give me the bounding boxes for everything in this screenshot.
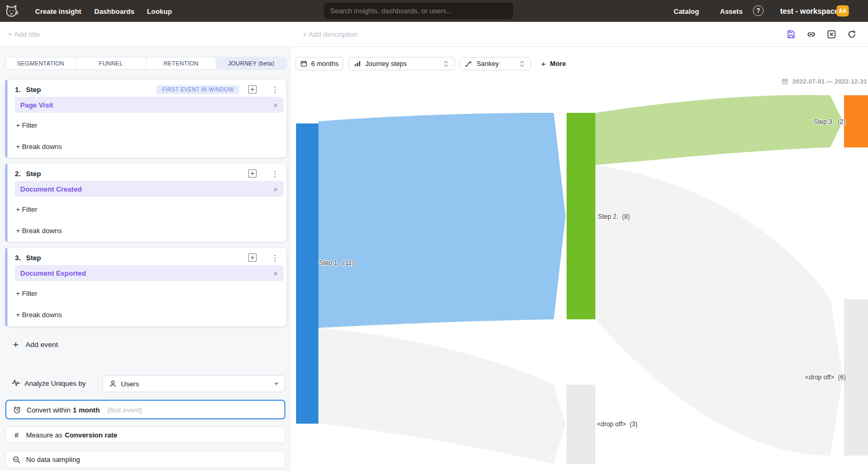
conversion-window-button[interactable]: Convert within 1 month (first event)	[5, 400, 285, 419]
event-pill[interactable]: Page Visit ×	[15, 97, 283, 113]
tab-retention[interactable]: RETENTION	[146, 57, 217, 69]
tab-funnel[interactable]: FUNNEL	[76, 57, 146, 69]
refresh-icon[interactable]	[847, 30, 856, 39]
add-filter-link[interactable]: + Filter	[16, 121, 37, 129]
sankey-link-step1-step2[interactable]	[318, 113, 566, 328]
add-step-event-icon[interactable]	[248, 169, 257, 178]
step-title: Step	[26, 254, 41, 262]
step-card-1: 1. Step FIRST EVENT IN WINDOW ⋮ Page Vis…	[5, 80, 286, 158]
analyze-by-value: Users	[121, 380, 270, 388]
sankey-link-step2-step3[interactable]	[595, 95, 843, 165]
clear-canvas-icon[interactable]	[827, 30, 836, 39]
avatar[interactable]: AA	[837, 5, 849, 16]
sankey-node-step1[interactable]	[296, 123, 318, 424]
tab-segmentation[interactable]: SEGMENTATION	[6, 57, 76, 69]
step-card-header: 3. Step ⋮	[15, 252, 279, 263]
convert-within-label: Convert within	[27, 406, 70, 414]
step-number: 1.	[15, 86, 21, 94]
sankey-node-dropoff-after-step2[interactable]	[844, 299, 868, 456]
analyze-uniques-label: Analyze Uniques by	[24, 379, 86, 387]
step-number: 2.	[15, 170, 21, 178]
measure-as-value: Conversion rate	[64, 431, 117, 439]
measure-as-label: Measure as	[26, 431, 62, 439]
add-description-field[interactable]: + Add description	[302, 30, 358, 38]
nav-lookup[interactable]: Lookup	[147, 7, 172, 15]
plus-icon: +	[13, 340, 19, 350]
analyze-by-select[interactable]: Users	[102, 375, 285, 392]
nav-assets[interactable]: Assets	[720, 7, 743, 15]
header-actions	[787, 30, 856, 39]
measure-as-button[interactable]: # Measure as Conversion rate	[5, 426, 285, 443]
remove-event-icon[interactable]: ×	[273, 101, 278, 109]
add-step-event-icon[interactable]	[248, 85, 257, 94]
sankey-link-step1-dropoff[interactable]	[318, 328, 566, 464]
chevron-down-icon[interactable]	[274, 383, 279, 385]
convert-window-value: 1 month	[73, 406, 100, 414]
data-sampling-value: No data sampling	[26, 456, 80, 464]
sankey-link-step2-dropoff[interactable]	[595, 165, 843, 456]
sankey-node-step3[interactable]	[844, 95, 868, 147]
convert-window-hint: (first event)	[108, 406, 142, 414]
top-navbar: Create insight Dashboards Lookup Catalog…	[0, 0, 868, 22]
sankey-node-step2[interactable]	[567, 113, 595, 319]
step-title: Step	[26, 170, 41, 178]
pulse-icon	[12, 378, 20, 387]
add-title-field[interactable]: + Add title	[8, 30, 40, 38]
step-card-3: 3. Step ⋮ Document Exported × + Filter +…	[5, 248, 286, 326]
add-breakdown-link[interactable]: + Break downs	[16, 227, 62, 235]
add-breakdown-link[interactable]: + Break downs	[16, 311, 62, 319]
step-card-header: 1. Step FIRST EVENT IN WINDOW ⋮	[15, 84, 279, 95]
workspace-name[interactable]: test - workspace	[780, 7, 839, 15]
data-sampling-button[interactable]: No data sampling	[5, 451, 285, 468]
remove-event-icon[interactable]: ×	[273, 269, 278, 277]
cat-logo-icon[interactable]	[4, 4, 19, 19]
hash-icon: #	[12, 431, 21, 439]
step-card-header: 2. Step ⋮	[15, 168, 279, 179]
link-icon[interactable]	[807, 30, 816, 39]
first-event-badge: FIRST EVENT IN WINDOW	[157, 85, 239, 94]
add-breakdown-link[interactable]: + Break downs	[16, 143, 62, 151]
insight-type-tabs: SEGMENTATION FUNNEL RETENTION JOURNEY (b…	[5, 57, 286, 70]
step-card-2: 2. Step ⋮ Document Created × + Filter + …	[5, 164, 286, 242]
add-filter-link[interactable]: + Filter	[16, 205, 37, 213]
add-event-label: Add event	[26, 341, 58, 349]
help-icon[interactable]: ?	[753, 5, 764, 16]
magnifier-minus-icon	[12, 456, 21, 464]
step-accent-bar	[5, 80, 7, 158]
save-icon[interactable]	[787, 30, 796, 39]
event-name: Document Exported	[20, 269, 273, 277]
add-event-button[interactable]: + Add event	[13, 340, 58, 350]
sankey-node-dropoff-after-step1[interactable]	[567, 385, 595, 464]
search-input[interactable]	[324, 3, 513, 19]
add-step-event-icon[interactable]	[248, 253, 257, 262]
event-pill[interactable]: Document Exported ×	[15, 265, 283, 281]
sankey-chart	[291, 47, 868, 471]
nav-create-insight[interactable]: Create insight	[35, 7, 81, 15]
app-root: Create insight Dashboards Lookup Catalog…	[0, 0, 868, 471]
kebab-menu-icon[interactable]: ⋮	[271, 86, 279, 94]
event-name: Page Visit	[20, 101, 273, 109]
person-icon	[109, 380, 117, 387]
event-pill[interactable]: Document Created ×	[15, 181, 283, 197]
step-title: Step	[26, 86, 41, 94]
tab-journey[interactable]: JOURNEY (beta)	[216, 57, 286, 69]
nav-dashboards[interactable]: Dashboards	[94, 7, 134, 15]
event-name: Document Created	[20, 185, 273, 193]
nav-catalog[interactable]: Catalog	[674, 7, 699, 15]
add-filter-link[interactable]: + Filter	[16, 290, 37, 298]
step-accent-bar	[5, 248, 7, 326]
step-accent-bar	[5, 164, 7, 242]
kebab-menu-icon[interactable]: ⋮	[271, 170, 279, 178]
alarm-clock-icon	[13, 406, 21, 414]
title-row: + Add title + Add description	[0, 22, 868, 47]
remove-event-icon[interactable]: ×	[273, 185, 278, 193]
kebab-menu-icon[interactable]: ⋮	[271, 254, 279, 262]
step-number: 3.	[15, 254, 21, 262]
